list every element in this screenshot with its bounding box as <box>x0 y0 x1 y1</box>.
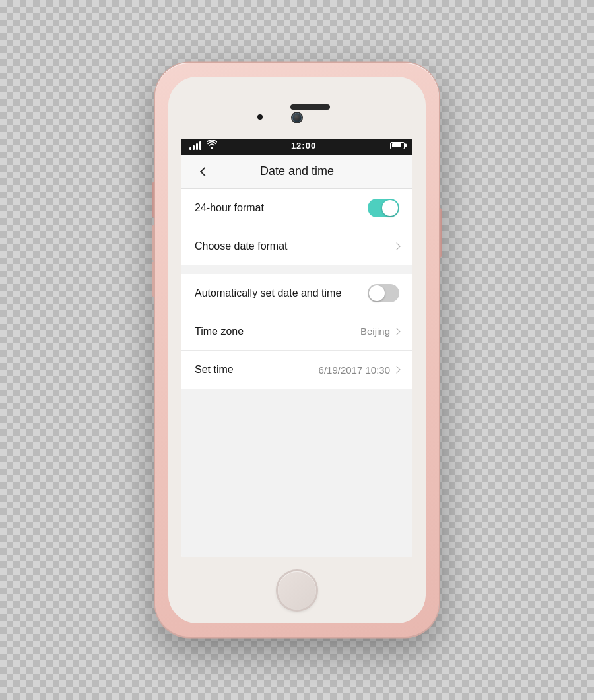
row-24hour[interactable]: 24-hour format <box>182 189 412 227</box>
row-set-time-value: 6/19/2017 10:30 <box>319 365 390 376</box>
phone-top-area <box>168 77 426 139</box>
section-gap <box>182 266 412 274</box>
status-time: 12:00 <box>291 141 316 151</box>
speaker <box>290 104 330 110</box>
row-24hour-label: 24-hour format <box>195 202 368 214</box>
signal-bar-1 <box>189 147 191 150</box>
toggle-24hour[interactable] <box>368 199 399 217</box>
front-camera <box>257 114 263 120</box>
phone-device: 12:00 Date and time 24- <box>155 63 439 637</box>
battery-fill <box>392 143 401 147</box>
signal-bar-3 <box>196 143 198 150</box>
back-button[interactable] <box>192 161 213 182</box>
wifi-icon <box>207 140 217 151</box>
toggle-24hour-thumb <box>382 200 398 216</box>
row-date-format[interactable]: Choose date format <box>182 227 412 265</box>
settings-section-2: Automatically set date and time Time zon… <box>182 274 412 389</box>
phone-screen: 12:00 Date and time 24- <box>182 136 412 557</box>
page-title: Date and time <box>213 164 381 178</box>
row-date-format-label: Choose date format <box>195 240 394 252</box>
signal-bars <box>189 141 201 150</box>
battery-icon <box>390 142 405 149</box>
camera <box>292 113 302 122</box>
row-timezone-value: Beijing <box>360 326 390 337</box>
chevron-set-time-icon <box>393 366 400 373</box>
toggle-auto-datetime[interactable] <box>368 284 399 302</box>
row-timezone-label: Time zone <box>195 326 360 337</box>
signal-bar-4 <box>199 141 201 150</box>
signal-bar-2 <box>193 145 195 150</box>
chevron-timezone-icon <box>393 328 400 335</box>
row-auto-datetime[interactable]: Automatically set date and time <box>182 274 412 312</box>
toggle-auto-datetime-thumb <box>369 285 385 301</box>
row-auto-datetime-label: Automatically set date and time <box>195 287 368 299</box>
back-chevron-icon <box>199 166 209 176</box>
chevron-icon <box>393 242 400 250</box>
row-timezone[interactable]: Time zone Beijing <box>182 312 412 351</box>
row-set-time-label: Set time <box>195 364 319 376</box>
home-button[interactable] <box>278 571 316 610</box>
phone-body: 12:00 Date and time 24- <box>168 77 426 623</box>
settings-content: 24-hour format Choose date format Aut <box>182 189 412 557</box>
settings-section-1: 24-hour format Choose date format <box>182 189 412 265</box>
status-right <box>390 142 405 149</box>
status-left <box>189 140 217 151</box>
phone-bottom-area <box>168 557 426 623</box>
nav-bar: Date and time <box>182 155 412 189</box>
row-set-time[interactable]: Set time 6/19/2017 10:30 <box>182 351 412 389</box>
